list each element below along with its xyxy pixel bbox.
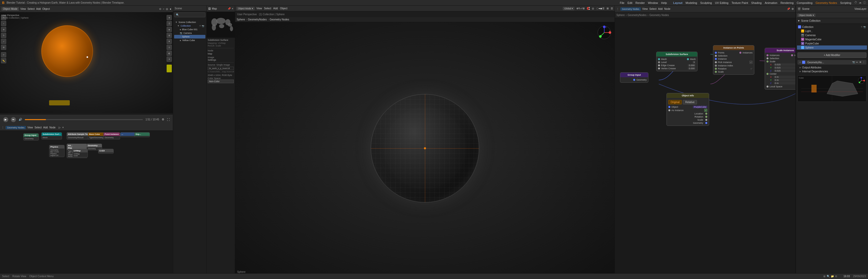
add-menu-3d[interactable]: Add [273, 7, 278, 10]
small-node-subdivision[interactable]: Subdivision Surf... Mesh [41, 132, 62, 140]
node-view-menu[interactable]: View [27, 126, 33, 129]
workspace-compositing[interactable]: Compositing [797, 1, 812, 4]
select-menu-3d[interactable]: Select [264, 7, 271, 10]
obj-mode-label[interactable]: Object Mode ▾ [798, 14, 815, 17]
small-node-uvmap[interactable]: UVMap UVMapscale [72, 149, 88, 157]
modifier-vis-icon[interactable]: 👁 [859, 61, 862, 64]
camera-item[interactable]: 📷 Camera [174, 31, 206, 35]
rotate-tool[interactable]: ↻ [1, 33, 6, 38]
node-add-menu[interactable]: Add [43, 126, 48, 129]
sphere-item[interactable]: ○ Sphere [174, 35, 206, 38]
instance-on-points-node[interactable]: Instance on Points Points Instances Sele… [713, 45, 754, 75]
center-z-val[interactable]: 0 m [774, 82, 796, 85]
view-menu-3d[interactable]: View [256, 7, 262, 10]
transform-tool[interactable]: ⊞ [1, 45, 6, 50]
center-x-val[interactable]: 0 m [774, 76, 796, 78]
menu-render[interactable]: Render [636, 1, 645, 4]
geo-nodes-tag[interactable]: Geometry Nodes [621, 7, 641, 10]
view-tool-8[interactable]: ✦ [167, 57, 172, 62]
node-nd[interactable]: Node [664, 7, 671, 10]
scale-y-val[interactable]: 0.015 [774, 66, 796, 69]
overlay-icon-3d[interactable]: ⊞ [607, 7, 609, 10]
node-view[interactable]: View [642, 7, 648, 10]
collection-item[interactable]: ▼ Collection 👁 📷 [174, 24, 206, 28]
sphere-viewport[interactable]: X Y Z Sphere [235, 22, 615, 274]
cursor-tool[interactable]: + [1, 21, 6, 26]
settings-icon[interactable]: ⚙ [162, 118, 164, 121]
breadcrumb-geo-nodes[interactable]: GeometryNodes [248, 18, 267, 21]
ne-sphere[interactable]: Sphere [616, 14, 625, 17]
xray-icon[interactable]: ☰ [611, 7, 613, 10]
subdiv-edge-value[interactable]: 0.000 [688, 64, 696, 67]
center-y-val[interactable]: 0 m [774, 79, 796, 82]
subdiv-vertex-value[interactable]: 0.000 [688, 67, 696, 70]
select-menu[interactable]: Select [27, 7, 35, 10]
workspace-uv-editing[interactable]: UV Editing [715, 1, 728, 4]
proportional-icon[interactable]: ○ [163, 7, 164, 10]
overlay-icon[interactable]: ◎ [166, 7, 168, 10]
add-modifier-btn[interactable]: + Add Modifier [798, 53, 866, 58]
add-menu[interactable]: Add [36, 7, 41, 10]
modifier-header[interactable]: ▼ ⋮ GeometryNo... 📷 ✏ 👁 ⋮ [798, 60, 866, 65]
shading-icon[interactable]: ● [170, 7, 171, 10]
coll-item-magenta[interactable]: ■ MagentaCube [797, 37, 867, 41]
node-controls[interactable]: ▷ [59, 126, 61, 129]
workspace-layout[interactable]: Layout [673, 1, 683, 4]
shading-icons-3d[interactable]: ◌●◆☰ [596, 7, 604, 10]
pivot-icon[interactable]: ◎ [592, 7, 594, 10]
scale-z-val[interactable]: 0.015 [774, 69, 796, 72]
node-options[interactable]: × [62, 126, 64, 129]
subdivision-surface-node[interactable]: Subdivision Surface Mesh Mesh Level 3 [656, 52, 698, 71]
node-sel[interactable]: Select [649, 7, 657, 10]
timeline-bar[interactable] [25, 119, 143, 120]
scene-collection-item[interactable]: ▼ Scene Collection [174, 21, 206, 24]
breadcrumb-geo-nodes-2[interactable]: Geometry Nodes [270, 18, 289, 21]
menu-help[interactable]: Help [661, 1, 667, 4]
outliner-search[interactable] [174, 12, 206, 17]
modifier-more-icon[interactable]: ⋮ [863, 61, 865, 64]
menu-edit[interactable]: Edit [627, 1, 632, 4]
volume-icon[interactable]: 🔊 [19, 118, 22, 121]
workspace-sculpting[interactable]: Sculpting [700, 1, 712, 4]
workspace-modeling[interactable]: Modeling [686, 1, 697, 4]
view-tool-3[interactable]: ◈ [167, 27, 172, 32]
global-dropdown[interactable]: Global ▾ [563, 7, 574, 10]
internal-deps-toggle[interactable]: ▶ Internal Dependencies [800, 69, 866, 73]
top-menu[interactable]: File Edit Render Window Help Layout Mode… [620, 1, 851, 4]
workspace-scripting[interactable]: Scripting [840, 1, 851, 4]
obj-mode-tag[interactable]: Object Mode ▾ [237, 7, 254, 10]
snap-icon-3d[interactable]: 🧲 [587, 7, 590, 10]
taskbar-icon-3[interactable]: 📁 [831, 275, 834, 278]
small-node-val[interactable]: 0.415 [98, 149, 114, 154]
scale-x-val[interactable]: 0.015 [774, 63, 796, 66]
fullscreen-icon[interactable]: ⛶ [167, 118, 170, 121]
workspace-rendering[interactable]: Rendering [780, 1, 794, 4]
view-tool-4[interactable]: ⊞ [167, 33, 172, 38]
scale-tool[interactable]: ⤢ [1, 39, 6, 44]
node-area-main[interactable]: Group Input Geometry Subdivision Surface [615, 18, 796, 279]
node-select-menu[interactable]: Select [35, 126, 42, 129]
small-node-second[interactable]: ... [120, 132, 135, 137]
relative-btn[interactable]: Relative [683, 100, 697, 104]
node-add[interactable]: Add [658, 7, 663, 10]
view-tool-1[interactable]: ⊕ [167, 15, 172, 20]
node-canvas-small[interactable]: Group Input Geometry Subdivision Surf...… [0, 131, 173, 279]
coll-item-purple[interactable]: ■ PurpleCube [797, 41, 867, 45]
texture-close[interactable]: × [232, 7, 233, 10]
workspace-shading[interactable]: Shading [751, 1, 762, 4]
menu-window[interactable]: Window [648, 1, 658, 4]
small-node-base-color[interactable]: Base Color Type/Geometry [88, 132, 104, 140]
small-node-group-input[interactable]: Group Input Geometry [23, 133, 39, 141]
editor-type-tag[interactable]: Geometry Nodes [6, 126, 26, 129]
measure-tool[interactable]: 📏 [1, 58, 6, 63]
ne-geo-nodes[interactable]: GeometryNodes [628, 14, 647, 17]
as-instance-checkbox[interactable]: ✓ [704, 109, 707, 112]
pick-checkbox[interactable]: ✓ [749, 61, 752, 64]
modifier-edit-icon[interactable]: ✏ [856, 61, 858, 64]
snap-icon[interactable]: ⊙ [159, 7, 161, 10]
skip-button[interactable]: ⏭ [11, 117, 16, 122]
view-tool-6[interactable]: ⊙ [167, 45, 172, 50]
view-tool-5[interactable]: ▼ [167, 39, 172, 44]
scene-collection-toggle[interactable]: ▼ [798, 20, 800, 22]
view-tool-2[interactable]: ☰ [167, 21, 172, 26]
